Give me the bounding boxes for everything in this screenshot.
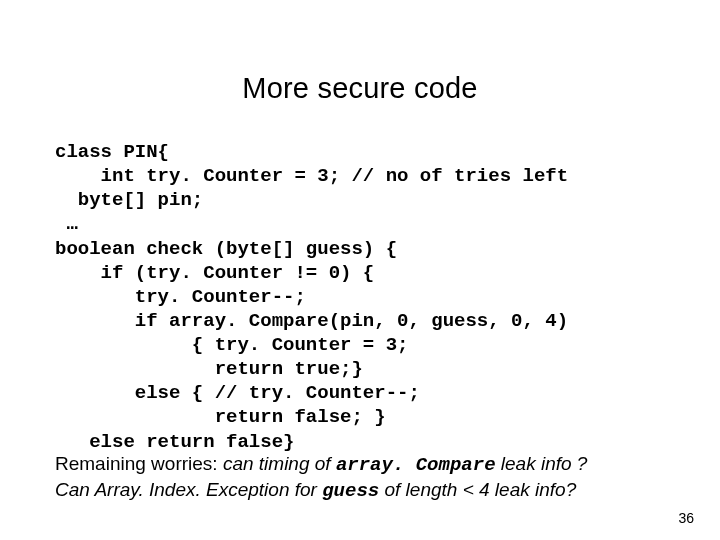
code-line: if array. Compare(pin, 0, guess, 0, 4) xyxy=(55,310,568,332)
page-number: 36 xyxy=(678,510,694,526)
code-line: try. Counter--; xyxy=(55,286,306,308)
code-line: return true;} xyxy=(55,358,363,380)
code-line: if (try. Counter != 0) { xyxy=(55,262,374,284)
worries-line1-a: can timing of xyxy=(223,453,336,474)
code-line: return false; } xyxy=(55,406,386,428)
code-line: byte[] pin; xyxy=(55,189,203,211)
code-line: int try. Counter = 3; // no of tries lef… xyxy=(55,165,568,187)
code-line: else return false} xyxy=(55,431,294,453)
code-line: … xyxy=(55,213,78,235)
code-line: class PIN{ xyxy=(55,141,169,163)
worries-line2-b: of length < 4 leak info? xyxy=(379,479,576,500)
worries-prefix: Remaining worries: xyxy=(55,453,223,474)
slide: More secure code class PIN{ int try. Cou… xyxy=(0,0,720,540)
remaining-worries: Remaining worries: can timing of array. … xyxy=(55,452,675,503)
worries-line2-a: Can Array. Index. Exception for xyxy=(55,479,322,500)
code-line: boolean check (byte[] guess) { xyxy=(55,238,397,260)
code-line: else { // try. Counter--; xyxy=(55,382,420,404)
worries-line2-mono: guess xyxy=(322,480,379,502)
worries-line1-mono: array. Compare xyxy=(336,454,496,476)
slide-title: More secure code xyxy=(0,72,720,105)
code-line: { try. Counter = 3; xyxy=(55,334,408,356)
code-block: class PIN{ int try. Counter = 3; // no o… xyxy=(55,140,675,454)
worries-line1-b: leak info ? xyxy=(496,453,588,474)
